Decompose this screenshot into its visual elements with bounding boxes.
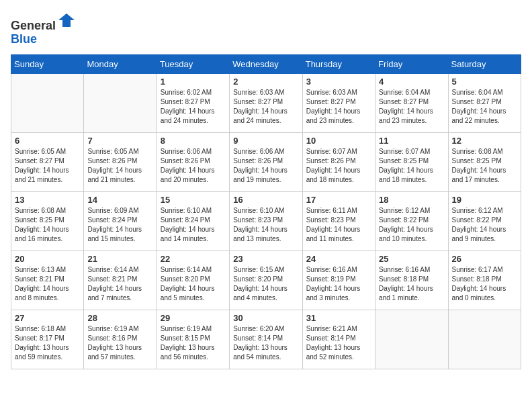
calendar-cell: 16Sunrise: 6:10 AM Sunset: 8:23 PM Dayli… [230,191,302,250]
logo: General Blue [11,11,76,46]
calendar-cell: 17Sunrise: 6:11 AM Sunset: 8:23 PM Dayli… [302,191,375,250]
day-info: Sunrise: 6:05 AM Sunset: 8:26 PM Dayligh… [87,147,152,185]
calendar-cell [448,310,521,369]
day-number: 9 [233,136,298,146]
calendar-cell: 19Sunrise: 6:12 AM Sunset: 8:22 PM Dayli… [448,191,521,250]
day-number: 26 [452,254,517,264]
day-info: Sunrise: 6:07 AM Sunset: 8:25 PM Dayligh… [379,147,444,185]
day-number: 7 [87,136,152,146]
weekday-header-tuesday: Tuesday [157,54,229,73]
calendar-week-5: 27Sunrise: 6:18 AM Sunset: 8:17 PM Dayli… [11,310,521,369]
calendar-cell: 23Sunrise: 6:15 AM Sunset: 8:20 PM Dayli… [230,250,302,310]
logo-icon [57,11,76,30]
calendar-cell: 1Sunrise: 6:02 AM Sunset: 8:27 PM Daylig… [157,73,229,132]
day-number: 14 [87,195,152,205]
calendar-table: SundayMondayTuesdayWednesdayThursdayFrid… [11,54,521,369]
weekday-header-thursday: Thursday [302,54,375,73]
calendar-cell: 28Sunrise: 6:19 AM Sunset: 8:16 PM Dayli… [84,310,157,369]
day-number: 15 [161,195,226,205]
day-info: Sunrise: 6:20 AM Sunset: 8:14 PM Dayligh… [233,324,298,362]
day-number: 13 [15,195,80,205]
day-number: 1 [161,77,226,87]
calendar-week-1: 1Sunrise: 6:02 AM Sunset: 8:27 PM Daylig… [11,73,521,132]
svg-marker-0 [58,13,75,27]
calendar-cell: 21Sunrise: 6:14 AM Sunset: 8:21 PM Dayli… [84,250,157,310]
day-info: Sunrise: 6:19 AM Sunset: 8:16 PM Dayligh… [87,324,152,362]
day-info: Sunrise: 6:06 AM Sunset: 8:26 PM Dayligh… [233,147,298,185]
weekday-header-friday: Friday [375,54,448,73]
day-info: Sunrise: 6:03 AM Sunset: 8:27 PM Dayligh… [306,88,371,126]
day-info: Sunrise: 6:02 AM Sunset: 8:27 PM Dayligh… [161,88,226,126]
day-info: Sunrise: 6:14 AM Sunset: 8:20 PM Dayligh… [161,265,226,303]
calendar-cell: 10Sunrise: 6:07 AM Sunset: 8:26 PM Dayli… [302,132,375,191]
weekday-header-saturday: Saturday [448,54,521,73]
day-number: 11 [379,136,444,146]
calendar-cell: 25Sunrise: 6:16 AM Sunset: 8:18 PM Dayli… [375,250,448,310]
day-number: 23 [233,254,298,264]
day-number: 30 [233,313,298,323]
calendar-cell [84,73,157,132]
day-number: 31 [306,313,371,323]
day-info: Sunrise: 6:17 AM Sunset: 8:18 PM Dayligh… [452,265,517,303]
day-info: Sunrise: 6:04 AM Sunset: 8:27 PM Dayligh… [452,88,517,126]
day-info: Sunrise: 6:16 AM Sunset: 8:19 PM Dayligh… [306,265,371,303]
day-info: Sunrise: 6:10 AM Sunset: 8:23 PM Dayligh… [233,206,298,244]
day-number: 19 [452,195,517,205]
calendar-week-3: 13Sunrise: 6:08 AM Sunset: 8:25 PM Dayli… [11,191,521,250]
day-number: 10 [306,136,371,146]
day-number: 8 [161,136,226,146]
day-info: Sunrise: 6:15 AM Sunset: 8:20 PM Dayligh… [233,265,298,303]
day-info: Sunrise: 6:07 AM Sunset: 8:26 PM Dayligh… [306,147,371,185]
day-number: 5 [452,77,517,87]
calendar-cell: 14Sunrise: 6:09 AM Sunset: 8:24 PM Dayli… [84,191,157,250]
day-number: 2 [233,77,298,87]
calendar-cell: 5Sunrise: 6:04 AM Sunset: 8:27 PM Daylig… [448,73,521,132]
calendar-cell: 4Sunrise: 6:04 AM Sunset: 8:27 PM Daylig… [375,73,448,132]
calendar-cell: 29Sunrise: 6:19 AM Sunset: 8:15 PM Dayli… [157,310,229,369]
calendar-cell: 24Sunrise: 6:16 AM Sunset: 8:19 PM Dayli… [302,250,375,310]
day-info: Sunrise: 6:06 AM Sunset: 8:26 PM Dayligh… [161,147,226,185]
day-info: Sunrise: 6:11 AM Sunset: 8:23 PM Dayligh… [306,206,371,244]
day-info: Sunrise: 6:16 AM Sunset: 8:18 PM Dayligh… [379,265,444,303]
day-number: 24 [306,254,371,264]
day-info: Sunrise: 6:12 AM Sunset: 8:22 PM Dayligh… [452,206,517,244]
calendar-cell: 18Sunrise: 6:12 AM Sunset: 8:22 PM Dayli… [375,191,448,250]
day-number: 3 [306,77,371,87]
day-number: 12 [452,136,517,146]
day-info: Sunrise: 6:08 AM Sunset: 8:25 PM Dayligh… [452,147,517,185]
calendar-week-2: 6Sunrise: 6:05 AM Sunset: 8:27 PM Daylig… [11,132,521,191]
day-number: 16 [233,195,298,205]
logo-blue: Blue [11,32,37,46]
day-info: Sunrise: 6:10 AM Sunset: 8:24 PM Dayligh… [161,206,226,244]
day-number: 21 [87,254,152,264]
day-number: 29 [161,313,226,323]
weekday-header-sunday: Sunday [11,54,84,73]
day-info: Sunrise: 6:09 AM Sunset: 8:24 PM Dayligh… [87,206,152,244]
logo-general: General [11,19,56,32]
day-number: 20 [15,254,80,264]
weekday-header-wednesday: Wednesday [230,54,302,73]
calendar-cell: 13Sunrise: 6:08 AM Sunset: 8:25 PM Dayli… [11,191,84,250]
calendar-cell: 27Sunrise: 6:18 AM Sunset: 8:17 PM Dayli… [11,310,84,369]
calendar-cell [375,310,448,369]
logo-text: General Blue [11,11,76,46]
day-info: Sunrise: 6:14 AM Sunset: 8:21 PM Dayligh… [87,265,152,303]
calendar-cell: 20Sunrise: 6:13 AM Sunset: 8:21 PM Dayli… [11,250,84,310]
calendar-cell [11,73,84,132]
day-info: Sunrise: 6:13 AM Sunset: 8:21 PM Dayligh… [15,265,80,303]
day-number: 4 [379,77,444,87]
day-number: 6 [15,136,80,146]
weekday-header-monday: Monday [84,54,157,73]
calendar-cell: 9Sunrise: 6:06 AM Sunset: 8:26 PM Daylig… [230,132,302,191]
day-number: 17 [306,195,371,205]
day-number: 27 [15,313,80,323]
day-info: Sunrise: 6:04 AM Sunset: 8:27 PM Dayligh… [379,88,444,126]
day-number: 22 [161,254,226,264]
day-info: Sunrise: 6:18 AM Sunset: 8:17 PM Dayligh… [15,324,80,362]
calendar-cell: 12Sunrise: 6:08 AM Sunset: 8:25 PM Dayli… [448,132,521,191]
calendar-cell: 3Sunrise: 6:03 AM Sunset: 8:27 PM Daylig… [302,73,375,132]
calendar-cell: 2Sunrise: 6:03 AM Sunset: 8:27 PM Daylig… [230,73,302,132]
calendar-cell: 15Sunrise: 6:10 AM Sunset: 8:24 PM Dayli… [157,191,229,250]
day-number: 18 [379,195,444,205]
calendar-week-4: 20Sunrise: 6:13 AM Sunset: 8:21 PM Dayli… [11,250,521,310]
